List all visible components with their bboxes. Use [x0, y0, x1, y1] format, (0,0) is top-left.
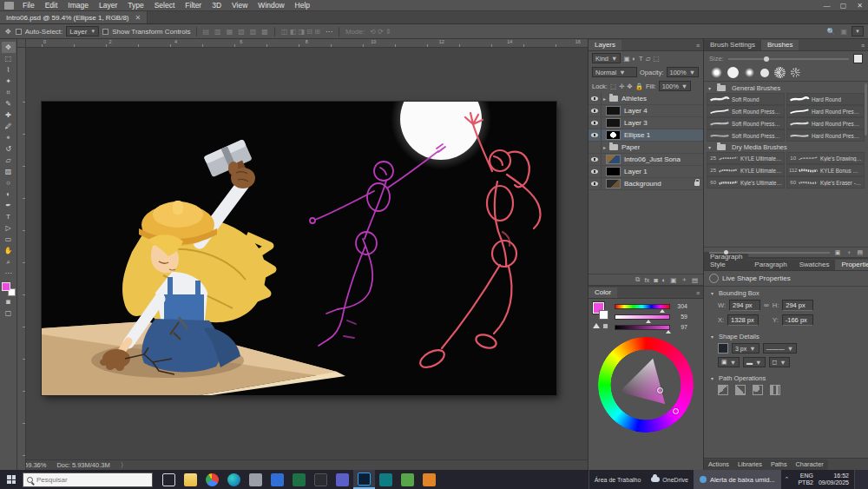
menu-window[interactable]: Window	[253, 1, 289, 10]
align-left-icon[interactable]: ▤	[202, 28, 211, 36]
layer-row-layer1[interactable]: Layer 1	[589, 166, 703, 178]
tray-expand-icon[interactable]: ⌃	[781, 476, 793, 483]
tab-layers[interactable]: Layers	[589, 40, 621, 50]
menu-file[interactable]: File	[17, 1, 40, 10]
quick-mask-icon[interactable]: ◙	[2, 296, 16, 307]
new-group-icon[interactable]: ▣	[670, 276, 676, 284]
search-input[interactable]	[36, 476, 132, 484]
align-right-icon[interactable]: ▦	[226, 28, 234, 36]
stroke-align-dropdown[interactable]: ▣▼	[718, 357, 740, 367]
align-bottom-icon[interactable]: ▩	[260, 28, 269, 36]
foreground-color-swatch[interactable]	[2, 282, 10, 291]
language-indicator[interactable]: ENG	[798, 472, 813, 479]
canvas-area[interactable]: 02 46 810 1214 16	[17, 39, 588, 470]
new-brush-icon[interactable]: ＋	[845, 248, 852, 257]
search-icon[interactable]: 🔍	[826, 28, 837, 36]
tab-brushes[interactable]: Brushes	[761, 40, 799, 50]
x-position-field[interactable]: 1328 px	[727, 314, 759, 326]
new-brush-group-icon[interactable]: ▣	[835, 249, 841, 256]
layer-row-paper[interactable]: ▸ Paper	[589, 142, 703, 154]
workspace-dropdown[interactable]: ▼	[852, 26, 864, 36]
lock-pixels-icon[interactable]: ✛	[619, 83, 624, 90]
stroke-width-dropdown[interactable]: 3 px▼	[732, 343, 760, 354]
panel-menu-icon[interactable]: ≡	[858, 43, 868, 50]
blur-tool[interactable]: ○	[2, 177, 16, 188]
edit-toolbar-icon[interactable]: ⋯	[2, 268, 16, 279]
menu-edit[interactable]: Edit	[40, 1, 63, 10]
layer-thumbnail[interactable]	[606, 118, 621, 128]
notification-alert[interactable]: Alerta de baixa umid...	[694, 470, 781, 489]
thumbnail-size-slider[interactable]	[709, 252, 830, 254]
brightness-slider[interactable]	[615, 325, 670, 330]
clock-time[interactable]: 16:52	[819, 472, 849, 479]
brush-item[interactable]: 25 KYLE Ultimate Charcoal Pencil	[707, 164, 785, 176]
layer-thumbnail[interactable]	[606, 130, 621, 140]
triangle-selector-dot[interactable]	[657, 387, 663, 393]
new-layer-icon[interactable]: ＋	[681, 275, 687, 284]
group-expand-icon[interactable]: ▸	[602, 96, 608, 102]
brush-preview-toggle[interactable]	[853, 54, 863, 63]
brush-size-slider[interactable]	[728, 58, 849, 60]
lock-transparency-icon[interactable]: ⬚	[610, 83, 616, 90]
discord-icon[interactable]	[336, 473, 349, 486]
tab-paragraph[interactable]: Paragraph	[748, 260, 792, 270]
link-dimensions-icon[interactable]: ∞	[764, 301, 769, 309]
hue-value[interactable]: 304	[674, 303, 687, 309]
auto-select-checkbox[interactable]	[16, 29, 22, 35]
eyedropper-tool[interactable]: ✎	[2, 98, 16, 109]
layer-thumbnail[interactable]	[606, 106, 621, 116]
lasso-tool[interactable]: ⌇	[2, 64, 16, 76]
pen-tool[interactable]: ✒	[2, 200, 16, 211]
menu-filter[interactable]: Filter	[180, 1, 207, 10]
brush-item[interactable]: Hard Round Pressure Opacity	[786, 117, 865, 129]
menu-image[interactable]: Image	[62, 1, 94, 10]
filter-adjustment-icon[interactable]: ◐	[633, 55, 637, 63]
delete-brush-icon[interactable]: ▤	[857, 249, 863, 256]
layer-thumbnail[interactable]	[606, 167, 621, 176]
file-explorer-icon[interactable]	[184, 473, 197, 486]
menu-type[interactable]: Type	[122, 1, 148, 10]
app-icon-teal[interactable]	[379, 473, 392, 486]
screen-mode-icon[interactable]: ▢	[2, 307, 16, 319]
opacity-field[interactable]: 100%▼	[667, 67, 700, 77]
brush-item[interactable]: 112 KYLE Bonus Chunky Charcoal	[786, 164, 865, 176]
filter-shape-icon[interactable]: ▱	[646, 55, 651, 63]
color-wheel[interactable]	[598, 337, 694, 433]
delete-layer-icon[interactable]: ▤	[692, 276, 698, 284]
close-tab-icon[interactable]: ✕	[135, 14, 141, 22]
visibility-toggle[interactable]	[589, 105, 602, 116]
keyboard-indicator[interactable]: PTB2	[798, 479, 813, 486]
visibility-toggle[interactable]	[589, 93, 602, 104]
zoom-tool[interactable]: ⌕	[2, 256, 16, 268]
tab-properties[interactable]: Properties	[835, 260, 868, 270]
blend-mode-dropdown[interactable]: Normal▼	[592, 67, 637, 77]
filter-type-icon[interactable]: T	[639, 55, 643, 63]
quick-select-tool[interactable]: ✦	[2, 76, 16, 87]
visibility-toggle[interactable]	[589, 117, 602, 129]
status-arrow-icon[interactable]: 〉	[121, 461, 128, 470]
collapse-icon[interactable]: ▾	[709, 375, 715, 381]
align-middle-icon[interactable]: ▨	[249, 28, 258, 36]
brush-item[interactable]: Soft Round Pressure Size	[707, 105, 785, 117]
height-field[interactable]: 294 px	[782, 300, 813, 311]
combine-shapes-icon[interactable]	[718, 385, 728, 395]
filter-image-icon[interactable]: ▣	[623, 55, 629, 63]
hand-tool[interactable]: ✋	[2, 245, 16, 256]
shape-tool[interactable]: ▭	[2, 234, 16, 245]
intersect-shapes-icon[interactable]	[753, 385, 763, 395]
crop-tool[interactable]: ⌗	[2, 87, 16, 98]
onedrive-tray-item[interactable]: OneDrive	[646, 477, 694, 483]
3d-mode-icons[interactable]: ⟲ ⟳ ⇕	[369, 28, 392, 36]
taskbar-search-box[interactable]	[23, 472, 153, 487]
show-transform-checkbox[interactable]	[102, 29, 108, 35]
distribute-icons[interactable]: ◫ ◧ ◨ ⊟ ⊞	[280, 28, 321, 36]
healing-tool[interactable]: ✚	[2, 109, 16, 121]
stroke-type-dropdown[interactable]: ———▼	[763, 343, 797, 354]
filter-smart-icon[interactable]: ⬚	[653, 55, 659, 63]
menu-select[interactable]: Select	[149, 1, 181, 10]
width-field[interactable]: 294 px	[729, 300, 760, 311]
textured-tip-icon[interactable]	[774, 67, 786, 78]
history-brush-tool[interactable]: ↺	[2, 143, 16, 155]
zoom-level-field[interactable]: 59.36%	[24, 461, 46, 469]
menu-layer[interactable]: Layer	[94, 1, 122, 10]
